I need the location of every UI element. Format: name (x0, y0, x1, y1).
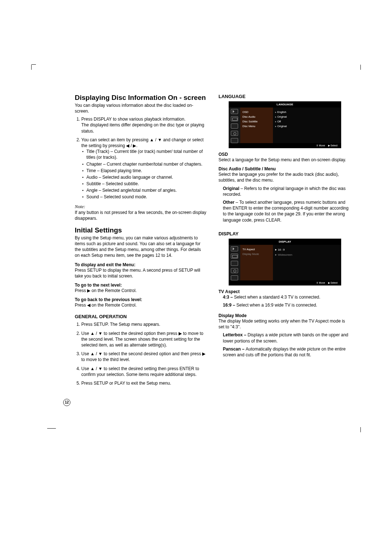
panel-values: ▸ 16 : 9 ▸ Widescreen (273, 245, 341, 280)
panel-labels: TV Aspect Display Mode (240, 245, 273, 280)
display-mode-text: The display Mode setting works only when… (219, 318, 351, 330)
step-1-text: Press DISPLAY to show various playback i… (81, 117, 185, 122)
audio-tab-icon (231, 123, 238, 129)
tva-169-label: 16:9 – (223, 303, 236, 308)
tv-aspect-43: 4:3 – Select when a standard 4:3 TV is c… (223, 294, 351, 300)
sub-display-exit-menu-text: Press SETUP to display the menu. A secon… (75, 267, 207, 279)
tv-aspect-169: 16:9 – Select when a 16:9 wide TV is con… (223, 302, 351, 308)
val-169: ▸ 16 : 9 (275, 247, 339, 252)
panel-icon-strip (229, 245, 240, 280)
genop-5: Press SETUP or PLAY to exit the Setup me… (81, 380, 207, 386)
note-text: If any button is not pressed for a few s… (75, 210, 207, 221)
others-tab-icon (231, 138, 238, 143)
other-label: Other (223, 200, 234, 205)
tva-169-text: Select when a 16:9 wide TV is connected. (236, 303, 317, 308)
letterbox-label: Letterbox – (223, 332, 248, 337)
others-tab-icon (231, 275, 238, 280)
sub-prev-level-text: Press ◀ on the Remote Control. (75, 302, 207, 308)
crop-mark (31, 65, 36, 70)
bullet-audio: Audio – Selected audio language or chann… (86, 174, 207, 180)
footer-move: ⇕ Move (316, 144, 325, 147)
panel-icon-strip (229, 108, 240, 143)
step-2-text: You can select an item by pressing ▲ / ▼… (81, 137, 204, 148)
other-definition: Other – To select another language, pres… (223, 199, 351, 223)
bullet-title: Title (Track) – Current title (or track)… (86, 149, 207, 160)
step-2-bullets: Title (Track) – Current title (or track)… (81, 149, 207, 200)
language-tab-icon (231, 109, 238, 114)
row-disc-audio: Disc Audio (242, 114, 271, 119)
initial-settings-text: By using the Setup menu, you can make va… (75, 235, 207, 259)
other-text: – To select another language, press nume… (223, 200, 348, 223)
row-osd: OSD (242, 110, 271, 114)
letterbox-definition: Letterbox – Displays a wide picture with… (223, 332, 351, 344)
heading-disc-audio-subtitle-menu: Disc Audio / Subtitle / Menu (219, 166, 351, 171)
crop-mark (356, 65, 361, 70)
panscan-definition: Panscan – Automatically displays the wid… (223, 346, 351, 358)
row-disc-menu: Disc Menu (242, 124, 271, 129)
val-original-1: Original (275, 114, 339, 119)
general-operation-steps: Press SETUP. The Setup menu appears. Use… (75, 321, 207, 386)
audio-tab-icon (231, 261, 238, 266)
bullet-chapter: Chapter – Current chapter number/total n… (86, 161, 207, 167)
bullet-angle: Angle – Selected angle/total number of a… (86, 187, 207, 193)
heading-language: LANGUAGE (219, 94, 351, 99)
footer-select: ▶ Select (328, 281, 338, 284)
manual-page: Displaying Disc Information On - screen … (75, 94, 351, 389)
original-text: – Refers to the original language in whi… (223, 186, 346, 197)
sub-next-level: To go to the next level: (75, 283, 207, 288)
language-tab-icon (231, 246, 238, 251)
sub-prev-level: To go back to the previous level: (75, 297, 207, 302)
panel-values: English Original Off Original (273, 108, 341, 143)
heading-tv-aspect: TV Aspect (219, 289, 351, 294)
bullet-sound: Sound – Selected sound mode. (86, 194, 207, 200)
heading-display-mode: Display Mode (219, 313, 351, 318)
right-column: LANGUAGE LANGUAGE OSD Disc Audio Disc Su… (219, 94, 351, 389)
row-tv-aspect: TV Aspect (242, 247, 271, 252)
heading-initial-settings: Initial Settings (75, 226, 207, 234)
display-tab-icon (231, 254, 238, 259)
genop-4: Use ▲ / ▼ to select the desired setting … (81, 366, 207, 377)
original-definition: Original – Refers to the original langua… (223, 186, 351, 197)
panel-labels: OSD Disc Audio Disc Subtitle Disc Menu (240, 108, 273, 143)
lock-tab-icon (231, 131, 238, 136)
bullet-subtitle: Subtitle – Selected subtitle. (86, 181, 207, 187)
display-panel-title: DISPLAY (229, 239, 341, 245)
tva-43-label: 4:3 – (223, 295, 234, 300)
tva-43-text: Select when a standard 4:3 TV is connect… (234, 295, 320, 300)
val-original-2: Original (275, 124, 339, 129)
heading-displaying-disc-info: Displaying Disc Information On - screen (75, 94, 207, 102)
val-widescreen-text: Widescreen (278, 253, 293, 256)
row-display-mode: Display Mode (242, 252, 271, 256)
val-widescreen: ▸ Widescreen (275, 252, 339, 257)
genop-3: Use ▲ / ▼ to select the second desired o… (81, 351, 207, 362)
footer-select: ▶ Select (328, 144, 338, 147)
genop-2: Use ▲ / ▼ to select the desired option t… (81, 331, 207, 348)
val-169-text: 16 : 9 (278, 248, 285, 251)
osd-text: Select a language for the Setup menu and… (219, 157, 351, 163)
intro-text: You can display various information abou… (75, 102, 207, 114)
note-label: Note: (75, 204, 207, 210)
val-english: English (275, 110, 339, 114)
step-1: Press DISPLAY to show various playback i… (81, 116, 207, 134)
sub-next-level-text: Press ▶ on the Remote Control. (75, 288, 207, 293)
bullet-time: Time – Elapsed playing time. (86, 168, 207, 174)
dasm-text: Select the language you prefer for the a… (219, 171, 351, 183)
panel-footer: ⇕ Move ▶ Select (229, 280, 341, 285)
crop-mark (47, 428, 56, 429)
panscan-label: Panscan – (223, 347, 246, 352)
step-2: You can select an item by pressing ▲ / ▼… (81, 137, 207, 200)
row-disc-subtitle: Disc Subtitle (242, 119, 271, 124)
display-tab-icon (231, 116, 238, 121)
display-steps: Press DISPLAY to show various playback i… (75, 116, 207, 200)
original-label: Original (223, 186, 239, 191)
heading-general-operation: GENERAL OPERATION (75, 314, 207, 319)
footer-move: ⇕ Move (316, 281, 325, 284)
val-off: Off (275, 119, 339, 124)
page-number: 12 (63, 399, 70, 406)
genop-1: Press SETUP. The Setup menu appears. (81, 321, 207, 327)
sub-display-exit-menu: To display and exit the Menu: (75, 262, 207, 267)
lock-tab-icon (231, 268, 238, 273)
display-osd-panel: DISPLAY TV Aspect Display Mode ▸ 16 (229, 239, 341, 285)
step-1-sub: The displayed items differ depending on … (81, 122, 204, 133)
heading-osd: OSD (219, 152, 351, 157)
